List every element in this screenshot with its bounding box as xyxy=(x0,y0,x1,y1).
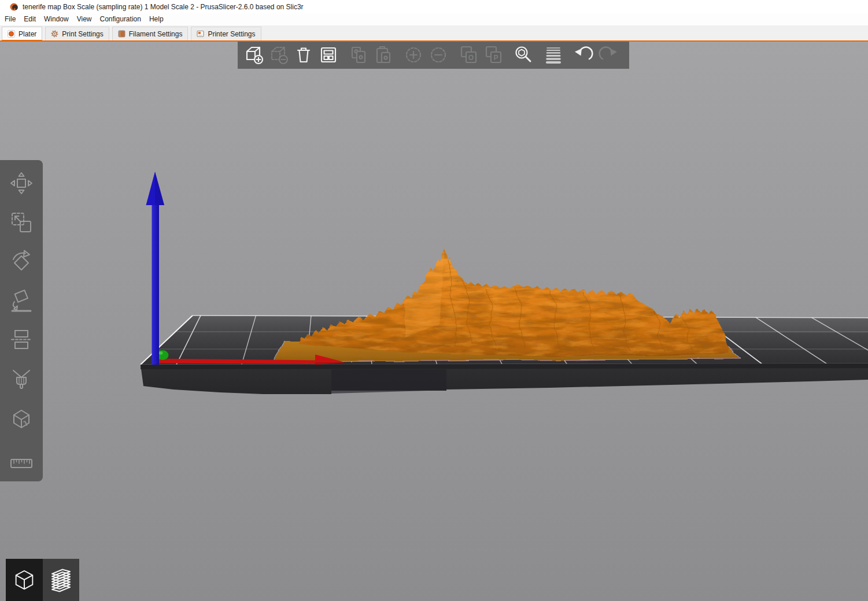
add-instance-button[interactable] xyxy=(401,42,426,68)
paint-on-supports-icon xyxy=(8,366,35,393)
filament-spool-icon xyxy=(118,30,125,38)
left-toolbar xyxy=(0,160,43,481)
redo-icon xyxy=(597,44,619,66)
scale-button[interactable] xyxy=(8,209,35,236)
tab-bar: Plater Print Settings Filament Settings xyxy=(0,25,868,42)
menu-help[interactable]: Help xyxy=(145,13,168,25)
menu-window[interactable]: Window xyxy=(40,13,73,25)
menu-configuration[interactable]: Configuration xyxy=(96,13,145,25)
sliced-preview-icon xyxy=(47,567,74,593)
undo-button[interactable] xyxy=(571,42,596,68)
rotate-icon xyxy=(8,248,35,275)
seam-painting-icon xyxy=(8,406,35,432)
paint-on-supports-button[interactable] xyxy=(8,366,35,394)
cut-button[interactable] xyxy=(8,327,35,354)
remove-instance-icon xyxy=(427,44,449,66)
add-instance-icon xyxy=(402,44,424,66)
arrange-icon xyxy=(317,44,339,66)
top-toolbar: O P xyxy=(238,41,629,69)
rotate-button[interactable] xyxy=(8,248,35,276)
paste-icon xyxy=(372,44,394,66)
prusaslicer-logo-icon xyxy=(10,3,18,11)
remove-instance-button[interactable] xyxy=(426,42,450,68)
tab-filament-settings[interactable]: Filament Settings xyxy=(112,27,189,40)
copy-button[interactable] xyxy=(346,42,371,68)
tab-label: Plater xyxy=(19,30,36,38)
tab-plater[interactable]: Plater xyxy=(2,27,42,40)
undo-icon xyxy=(572,44,594,66)
remove-object-icon xyxy=(268,44,290,66)
move-icon xyxy=(8,170,35,196)
sliced-preview-button[interactable] xyxy=(43,559,80,601)
tab-label: Print Settings xyxy=(62,30,103,38)
measure-icon xyxy=(8,445,35,472)
tab-label: Printer Settings xyxy=(208,30,255,38)
split-to-objects-icon: O xyxy=(457,44,479,66)
delete-all-icon xyxy=(293,44,315,66)
place-on-face-icon xyxy=(8,288,35,314)
svg-text:P: P xyxy=(493,54,498,62)
printer-icon xyxy=(197,30,204,38)
svg-text:O: O xyxy=(468,54,473,62)
view-mode-toggle xyxy=(6,559,79,601)
add-object-icon xyxy=(243,44,265,66)
place-on-face-button[interactable] xyxy=(8,287,35,315)
3d-viewport[interactable] xyxy=(0,0,868,601)
measure-button[interactable] xyxy=(8,444,35,472)
split-to-objects-button[interactable]: O xyxy=(456,42,481,68)
tab-printer-settings[interactable]: Printer Settings xyxy=(191,27,261,40)
search-button[interactable] xyxy=(511,42,535,68)
delete-all-button[interactable] xyxy=(291,42,316,68)
menu-file[interactable]: File xyxy=(1,13,20,25)
add-object-button[interactable] xyxy=(241,42,266,68)
window-title: tenerife map Box Scale (sampling rate) 1… xyxy=(23,3,304,11)
redo-button[interactable] xyxy=(596,42,620,68)
tab-print-settings[interactable]: Print Settings xyxy=(45,27,109,40)
3d-editor-view-icon xyxy=(12,567,37,593)
split-to-parts-icon: P xyxy=(482,44,504,66)
prusaslicer-window: { "window": { "title": "tenerife map Box… xyxy=(0,0,868,601)
arrange-button[interactable] xyxy=(316,42,341,68)
menu-edit[interactable]: Edit xyxy=(20,13,40,25)
move-button[interactable] xyxy=(8,169,35,197)
seam-painting-button[interactable] xyxy=(8,405,35,433)
cut-icon xyxy=(8,327,35,354)
menu-bar: File Edit Window View Configuration Help xyxy=(0,13,868,25)
plater-tab-icon xyxy=(8,30,15,38)
scale-icon xyxy=(8,209,35,236)
search-icon xyxy=(512,44,534,66)
copy-icon xyxy=(348,44,370,66)
print-settings-gear-icon xyxy=(51,30,58,38)
tab-label: Filament Settings xyxy=(129,30,183,38)
split-to-parts-button[interactable]: P xyxy=(481,42,505,68)
variable-layer-height-icon xyxy=(542,44,564,66)
paste-button[interactable] xyxy=(371,42,396,68)
variable-layer-height-button[interactable] xyxy=(541,42,566,68)
title-bar: tenerife map Box Scale (sampling rate) 1… xyxy=(0,0,868,13)
remove-object-button[interactable] xyxy=(266,42,291,68)
3d-editor-view-button[interactable] xyxy=(6,559,43,601)
window-header: tenerife map Box Scale (sampling rate) 1… xyxy=(0,0,868,42)
menu-view[interactable]: View xyxy=(73,13,96,25)
